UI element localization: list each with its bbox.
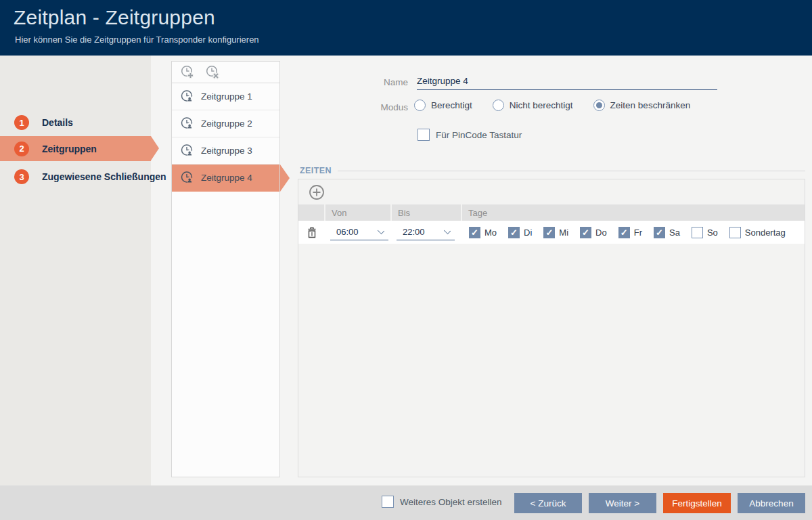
checkbox-box (508, 227, 520, 238)
create-another-checkbox[interactable]: Weiteres Objekt erstellen (382, 496, 502, 508)
delete-time-row-button[interactable] (307, 226, 317, 239)
zeiten-table-panel: Von Bis Tage 06:00 22:00 (298, 179, 805, 477)
clock-user-icon (180, 144, 194, 158)
step-label: Zeitgruppen (42, 144, 97, 154)
day-label: Fr (634, 228, 642, 238)
zeiten-toolbar (298, 179, 805, 204)
checkbox-label: Weiteres Objekt erstellen (400, 497, 502, 507)
radio-nicht-berechtigt[interactable]: Nicht berechtigt (493, 100, 573, 111)
day-checkbox-group: Mo Di Mi Do Fr Sa (462, 227, 805, 238)
name-input[interactable]: Zeitgruppe 4 (417, 74, 717, 90)
list-item-label: Zeitgruppe 2 (201, 118, 252, 129)
checkbox-box (729, 227, 741, 238)
zeiten-section-title: ZEITEN (300, 166, 332, 175)
wizard-step-schliessungen[interactable]: 3 Zugewiesene Schließungen (0, 167, 151, 187)
day-label: Do (595, 228, 607, 238)
von-time-dropdown[interactable]: 06:00 (330, 224, 388, 240)
wizard-step-zeitgruppen[interactable]: 2 Zeitgruppen (0, 136, 151, 161)
back-button[interactable]: < Zurück (514, 493, 582, 513)
day-checkbox-so[interactable]: So (692, 227, 718, 238)
column-header-actions (298, 204, 325, 221)
day-checkbox-sondertag[interactable]: Sondertag (729, 227, 786, 238)
footer-bar: Weiteres Objekt erstellen < Zurück Weite… (0, 485, 812, 520)
day-checkbox-di[interactable]: Di (508, 227, 532, 238)
clock-user-icon (180, 171, 194, 185)
clock-x-icon (205, 64, 221, 80)
day-checkbox-mo[interactable]: Mo (469, 227, 497, 238)
radio-label: Nicht berechtigt (510, 100, 573, 110)
delete-timegroup-button[interactable] (204, 64, 221, 81)
checkbox-box (618, 227, 630, 238)
clock-user-icon (180, 89, 194, 104)
modus-radio-group: Berechtigt Nicht berechtigt Zeiten besch… (414, 100, 690, 111)
list-item-zeitgruppe-4[interactable]: Zeitgruppe 4 (172, 165, 279, 192)
column-header-bis: Bis (392, 204, 462, 221)
cancel-button[interactable]: Abbrechen (738, 493, 805, 513)
step-label: Zugewiesene Schließungen (42, 171, 166, 182)
radio-circle (593, 100, 605, 111)
column-header-von: Von (325, 204, 392, 221)
clock-user-icon (180, 116, 194, 131)
finish-button[interactable]: Fertigstellen (663, 493, 731, 513)
column-header-tage: Tage (462, 204, 805, 221)
table-header-row: Von Bis Tage (298, 204, 805, 221)
radio-circle (414, 100, 426, 111)
chevron-down-icon (444, 228, 451, 234)
list-item-zeitgruppe-1[interactable]: Zeitgruppe 1 (172, 83, 279, 110)
day-checkbox-fr[interactable]: Fr (618, 227, 642, 238)
day-checkbox-mi[interactable]: Mi (543, 227, 568, 238)
chevron-down-icon (378, 228, 384, 234)
wizard-sidebar: 1 Details 2 Zeitgruppen 3 Zugewiesene Sc… (0, 56, 151, 485)
timegroup-list-toolbar (172, 62, 279, 83)
step-number-badge: 3 (14, 169, 29, 184)
wizard-header: Zeitplan - Zeitgruppen Hier können Sie d… (0, 0, 812, 56)
page-subtitle: Hier können Sie die Zeitgruppen für Tran… (15, 35, 259, 45)
day-checkbox-sa[interactable]: Sa (654, 227, 680, 238)
von-time-value: 06:00 (336, 227, 359, 237)
step-label: Details (42, 117, 73, 128)
radio-zeiten-beschraenken[interactable]: Zeiten beschränken (593, 100, 691, 111)
checkbox-box (469, 227, 480, 238)
modus-field-label: Modus (338, 102, 408, 112)
checkbox-box (580, 227, 591, 238)
list-item-zeitgruppe-3[interactable]: Zeitgruppe 3 (172, 137, 279, 165)
list-item-label: Zeitgruppe 1 (201, 91, 252, 102)
step-number-badge: 1 (14, 115, 29, 130)
clock-plus-icon (180, 64, 196, 80)
checkbox-label: Für PinCode Tastatur (436, 130, 522, 140)
day-label: So (707, 228, 718, 238)
table-row: 06:00 22:00 Mo Di Mi (298, 221, 805, 244)
checkbox-box (654, 227, 665, 238)
plus-circle-icon (309, 184, 325, 200)
checkbox-box (692, 227, 703, 238)
trash-icon (307, 226, 317, 239)
pincode-checkbox[interactable]: Für PinCode Tastatur (418, 129, 522, 141)
checkbox-box (382, 496, 394, 508)
radio-label: Zeiten beschränken (610, 100, 691, 110)
radio-circle (493, 100, 504, 111)
add-timegroup-button[interactable] (179, 64, 196, 81)
day-checkbox-do[interactable]: Do (580, 227, 607, 238)
section-divider (338, 171, 805, 171)
bis-time-dropdown[interactable]: 22:00 (397, 224, 455, 240)
day-label: Di (524, 228, 532, 238)
checkbox-box (418, 129, 430, 141)
day-label: Sa (669, 228, 680, 238)
name-field-label: Name (338, 77, 408, 87)
timegroup-list-panel: Zeitgruppe 1 Zeitgruppe 2 Zeitgruppe 3 (171, 61, 280, 477)
wizard-step-details[interactable]: 1 Details (0, 112, 151, 133)
list-item-zeitgruppe-2[interactable]: Zeitgruppe 2 (172, 110, 279, 137)
bis-time-value: 22:00 (403, 227, 425, 237)
add-time-row-button[interactable] (308, 183, 325, 201)
list-item-label: Zeitgruppe 4 (201, 173, 252, 183)
list-item-label: Zeitgruppe 3 (201, 146, 252, 156)
radio-label: Berechtigt (431, 100, 472, 110)
checkbox-box (543, 227, 555, 238)
day-label: Mo (484, 228, 497, 238)
day-label: Mi (559, 228, 568, 238)
page-title: Zeitplan - Zeitgruppen (14, 6, 215, 29)
day-label: Sondertag (745, 228, 786, 238)
radio-berechtigt[interactable]: Berechtigt (414, 100, 472, 111)
next-button[interactable]: Weiter > (589, 493, 656, 513)
step-number-badge: 2 (14, 142, 29, 156)
